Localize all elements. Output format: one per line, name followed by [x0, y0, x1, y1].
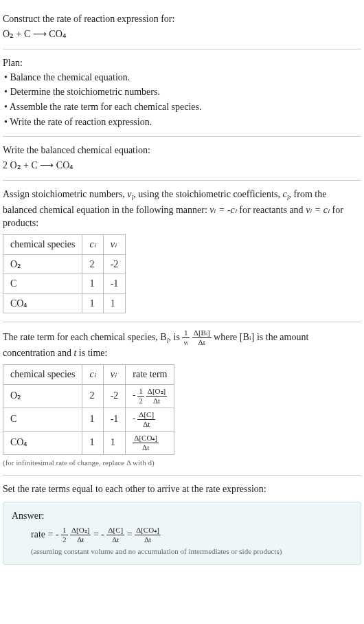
infinitesimal-note: (for infinitesimal rate of change, repla… — [3, 456, 361, 468]
c-cell: 2 — [82, 384, 103, 408]
plan-item: • Determine the stoichiometric numbers. — [4, 85, 361, 100]
species-cell: C — [3, 408, 82, 431]
frac-num: 1 — [182, 329, 190, 338]
text: Assign stoichiometric numbers, — [3, 189, 127, 199]
rate-expression: rate = - 1 2 Δ[O₂] Δt = - Δ[C] Δt = Δ[CO… — [12, 526, 352, 544]
coef-frac: 1 2 — [137, 388, 144, 405]
frac-num: 1 — [137, 388, 144, 397]
c-cell: 1 — [82, 431, 103, 454]
delta-frac: Δ[O₂] Δt — [146, 388, 167, 405]
table-header-row: chemical species cᵢ νᵢ rate term — [3, 364, 174, 384]
c-header: cᵢ — [89, 239, 95, 249]
rate-term-section: The rate term for each chemical species,… — [3, 322, 361, 476]
frac-den: νᵢ — [182, 338, 190, 346]
table-row: C 1 -1 - Δ[C] Δt — [3, 408, 174, 431]
col-rate: rate term — [126, 364, 174, 384]
final-section: Set the rate terms equal to each other t… — [3, 476, 361, 565]
text: , is — [169, 332, 183, 342]
frac-den: Δt — [137, 420, 155, 428]
rate-cell: Δ[CO₄] Δt — [126, 431, 174, 454]
col-c: cᵢ — [82, 364, 103, 384]
plan-section: Plan: • Balance the chemical equation. •… — [3, 49, 361, 137]
frac-num: Δ[CO₄] — [133, 434, 159, 443]
frac-den: Δt — [133, 443, 159, 452]
col-nu: νᵢ — [103, 235, 126, 255]
frac-num: Δ[C] — [106, 526, 124, 535]
neg-sign: - — [101, 529, 104, 539]
frac-num: Δ[O₂] — [70, 526, 91, 535]
c-cell: 1 — [82, 408, 103, 431]
table-header-row: chemical species cᵢ νᵢ — [3, 235, 126, 255]
rate-prefix: rate = — [31, 529, 56, 539]
text: , using the stoichiometric coefficients, — [133, 189, 282, 199]
col-nu: νᵢ — [103, 364, 126, 384]
table-row: CO₄ 1 1 — [3, 293, 126, 313]
balanced-section: Write the balanced chemical equation: 2 … — [3, 137, 361, 181]
nu-cell: 1 — [103, 431, 126, 454]
coef-frac: 1 2 — [61, 526, 68, 544]
one-over-nu: 1 νᵢ — [182, 329, 190, 346]
c-header: cᵢ — [89, 369, 95, 379]
species-cell: O₂ — [3, 384, 82, 408]
term3-frac: Δ[CO₄] Δt — [135, 526, 161, 544]
equals: = — [93, 529, 101, 539]
rate-term-intro: The rate term for each chemical species,… — [3, 329, 361, 360]
equals: = — [127, 529, 135, 539]
text: The rate term for each chemical species,… — [3, 332, 167, 342]
term1-frac: Δ[O₂] Δt — [70, 526, 91, 544]
neg-sign: - — [133, 414, 135, 423]
frac-num: Δ[C] — [137, 411, 155, 420]
col-c: cᵢ — [82, 235, 103, 255]
term2-frac: Δ[C] Δt — [106, 526, 124, 544]
nu-cell: 1 — [103, 293, 126, 313]
frac-den: Δt — [70, 535, 91, 544]
neg-sign: - — [133, 390, 135, 400]
frac-num: Δ[CO₄] — [135, 526, 161, 535]
frac-den: 2 — [61, 535, 68, 544]
species-cell: CO₄ — [3, 431, 82, 454]
frac-den: Δt — [146, 397, 167, 405]
plan-list: • Balance the chemical equation. • Deter… — [3, 70, 361, 129]
species-cell: O₂ — [3, 254, 82, 274]
frac-den: Δt — [106, 535, 124, 544]
delta-bi-over-dt: Δ[Bᵢ] Δt — [192, 329, 212, 346]
assumption-note: (assuming constant volume and no accumul… — [12, 544, 352, 557]
col-species: chemical species — [3, 364, 82, 384]
frac-num: Δ[O₂] — [146, 388, 167, 397]
relation-2: νᵢ = cᵢ — [306, 205, 330, 215]
frac-num: 1 — [61, 526, 68, 535]
c-cell: 1 — [82, 274, 103, 294]
plan-item: • Write the rate of reaction expression. — [4, 115, 361, 130]
table-row: CO₄ 1 1 Δ[CO₄] Δt — [3, 431, 174, 454]
balanced-heading: Write the balanced chemical equation: — [3, 144, 361, 157]
frac-den: Δt — [135, 535, 161, 544]
rate-term-table: chemical species cᵢ νᵢ rate term O₂ 2 -2… — [3, 364, 174, 455]
table-row: O₂ 2 -2 - 1 2 Δ[O₂] Δt — [3, 384, 174, 408]
table-row: C 1 -1 — [3, 274, 126, 294]
nu-header: νᵢ — [111, 369, 117, 379]
plan-item: • Balance the chemical equation. — [4, 70, 361, 85]
rate-cell: - Δ[C] Δt — [126, 408, 174, 431]
final-heading: Set the rate terms equal to each other t… — [3, 482, 361, 496]
unbalanced-equation: O₂ + C ⟶ CO₄ — [3, 26, 361, 43]
frac-den: 2 — [137, 397, 144, 405]
delta-frac: Δ[CO₄] Δt — [133, 434, 159, 452]
table-row: O₂ 2 -2 — [3, 254, 126, 274]
nu-header: νᵢ — [111, 239, 117, 249]
relation-1: νᵢ = -cᵢ — [209, 205, 237, 215]
nu-cell: -1 — [103, 408, 126, 431]
frac-num: Δ[Bᵢ] — [192, 329, 212, 338]
stoich-intro: Assign stoichiometric numbers, νi, using… — [3, 188, 361, 230]
c-cell: 2 — [82, 254, 103, 274]
frac-den: Δt — [192, 338, 212, 346]
col-species: chemical species — [3, 235, 82, 255]
species-cell: C — [3, 274, 82, 294]
text: for reactants and — [237, 205, 306, 215]
rate-cell: - 1 2 Δ[O₂] Δt — [126, 384, 174, 408]
answer-box: Answer: rate = - 1 2 Δ[O₂] Δt = - Δ[C] Δ… — [3, 502, 361, 565]
stoich-section: Assign stoichiometric numbers, νi, using… — [3, 181, 361, 322]
stoich-table: chemical species cᵢ νᵢ O₂ 2 -2 C 1 -1 CO… — [3, 234, 126, 313]
delta-frac: Δ[C] Δt — [137, 411, 155, 428]
balanced-equation: 2 O₂ + C ⟶ CO₄ — [3, 157, 361, 174]
text: is time: — [76, 348, 107, 358]
